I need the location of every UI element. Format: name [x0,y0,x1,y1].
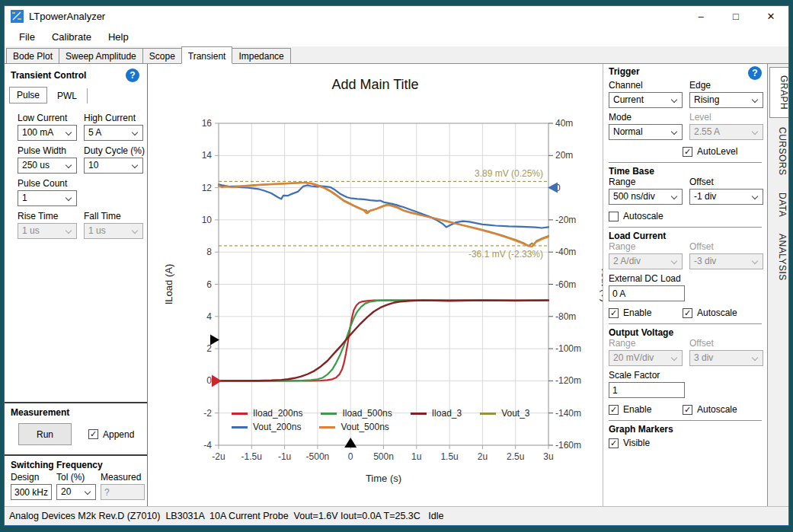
legend-label: Vout_200ns [253,422,301,432]
external-dc-load-input[interactable] [609,285,685,301]
pulse-count-select[interactable]: 1 [18,190,77,206]
window-title: LTpowerAnalyzer [29,11,105,22]
design-input[interactable] [11,484,52,500]
switching-frequency-section: Switching Frequency Design Tol (%) Measu… [5,454,147,506]
scale-factor-label: Scale Factor [609,370,762,381]
markers-visible-label: Visible [623,438,650,448]
load-enable-checkbox[interactable]: ✓ Enable [609,307,683,318]
x-tick-label: -2u [212,451,225,462]
status-bar: Analog Devices M2k Rev.D (Z7010) LB3031A… [5,506,788,525]
edge-label: Edge [689,80,763,91]
trigger-title: Trigger [609,66,640,77]
tab-sweep-amplitude[interactable]: Sweep Amplitude [59,48,143,63]
load-current-title: Load Current [609,231,666,241]
x-tick-label: -1u [278,451,291,462]
legend-swatch [480,413,496,415]
timebase-range-label: Range [609,177,683,187]
autolevel-checkbox[interactable]: ✓ AutoLevel [683,146,763,157]
output-voltage-title: Output Voltage [609,327,673,338]
tab-pwl[interactable]: PWL [50,88,88,104]
append-checkbox-box[interactable]: ✓ [88,429,98,439]
chart-area: Add Main Title 1614121086420-2-440m20m0-… [148,64,603,506]
timebase-range-select[interactable]: 500 ns/div [609,189,683,205]
legend-item-Vout_200ns: Vout_200ns [232,422,301,432]
legend-label: Iload_3 [432,408,462,419]
load-autoscale-label: Autoscale [697,307,737,318]
autolevel-checkbox-box[interactable]: ✓ [683,147,692,157]
timebase-autoscale-box[interactable] [609,212,619,221]
x-axis-title: Time (s) [366,473,401,484]
vout-autoscale-box[interactable]: ✓ [683,405,692,415]
x-tick-label: 3u [543,451,553,462]
pulse-width-select[interactable]: 250 us [18,158,77,174]
close-icon[interactable]: ✕ [753,6,788,27]
load-autoscale-checkbox[interactable]: ✓ Autoscale [683,307,763,318]
menu-file[interactable]: File [11,28,43,46]
side-tab-cursors[interactable]: CURSORS [769,119,788,183]
timebase-offset-label: Offset [689,177,763,187]
y-right-tick-label: -40m [555,247,576,257]
append-checkbox[interactable]: ✓ Append [88,429,134,440]
y-left-tick-label: 10 [202,215,213,225]
scale-factor-input[interactable] [609,382,685,398]
menu-help[interactable]: Help [100,28,137,46]
transient-chart: 1614121086420-2-440m20m0-20m-40m-60m-80m… [148,64,603,505]
legend-item-Iload_3: Iload_3 [411,408,462,419]
y-right-tick-label: 20m [555,150,573,161]
tab-bode-plot[interactable]: Bode Plot [6,48,59,63]
y-right-tick-label: -100m [555,343,581,354]
graph-markers-title: Graph Markers [609,424,673,435]
load-enable-box[interactable]: ✓ [609,308,619,318]
app-icon [11,10,24,23]
tab-pulse[interactable]: Pulse [9,87,47,104]
low-current-select[interactable]: 100 mA [18,125,77,141]
external-dc-load-label: External DC Load [609,273,762,284]
side-tab-graph[interactable]: GRAPH [769,67,788,118]
vout-autoscale-label: Autoscale [697,404,737,415]
trigger-channel-select[interactable]: Current [609,92,683,108]
vout-enable-checkbox[interactable]: ✓ Enable [609,404,683,415]
tol-select[interactable]: 20 [56,484,96,500]
chart-legend: Iload_200nsIload_500nsIload_3Vout_3 Vout… [221,408,556,435]
markers-visible-checkbox[interactable]: ✓ Visible [609,438,683,448]
trigger-time-marker[interactable] [344,438,357,448]
help-icon[interactable]: ? [126,68,139,82]
y-left-axis-title: ILoad (A) [163,264,174,304]
iload-offset-marker[interactable] [212,374,222,387]
side-tab-analysis[interactable]: ANALYSIS [769,226,788,288]
high-current-select[interactable]: 5 A [84,125,143,141]
app-window: LTpowerAnalyzer – □ ✕ File Calibrate Hel… [4,5,789,526]
load-autoscale-box[interactable]: ✓ [683,308,692,318]
tab-transient[interactable]: Transient [181,46,233,64]
side-tab-data[interactable]: DATA [769,185,788,225]
tol-label: Tol (%) [56,472,96,483]
y-left-tick-label: 0 [206,375,212,386]
measured-label: Measured [101,472,145,483]
duty-cycle-label: Duty Cycle (%) [84,145,143,156]
load-enable-label: Enable [623,307,651,318]
run-button[interactable]: Run [18,423,72,445]
trigger-level-marker[interactable] [210,334,219,345]
help-icon[interactable]: ? [748,66,762,80]
fall-time-select: 1 us [84,223,143,239]
menu-calibrate[interactable]: Calibrate [43,28,100,46]
tab-scope[interactable]: Scope [142,48,182,63]
y-left-tick-label: 6 [206,279,212,290]
tab-impedance[interactable]: Impedance [232,48,290,63]
y-left-tick-label: 8 [206,247,212,257]
vout-offset-marker[interactable] [548,183,558,193]
vout-range-select: 20 mV/div [609,350,683,366]
trigger-edge-select[interactable]: Rising [689,92,763,108]
timebase-offset-select[interactable]: -1 div [689,189,763,205]
minimize-icon[interactable]: – [683,6,718,27]
x-tick-label: -1.5u [241,451,262,462]
maximize-icon[interactable]: □ [718,6,753,27]
vout-autoscale-checkbox[interactable]: ✓ Autoscale [683,404,763,415]
trigger-mode-select[interactable]: Normal [609,124,683,140]
markers-visible-box[interactable]: ✓ [609,438,619,448]
mode-label: Mode [609,112,683,123]
duty-cycle-select[interactable]: 10 [84,158,143,174]
timebase-autoscale-checkbox[interactable]: Autoscale [609,211,683,221]
vout-enable-label: Enable [623,404,651,415]
vout-enable-box[interactable]: ✓ [609,405,619,415]
